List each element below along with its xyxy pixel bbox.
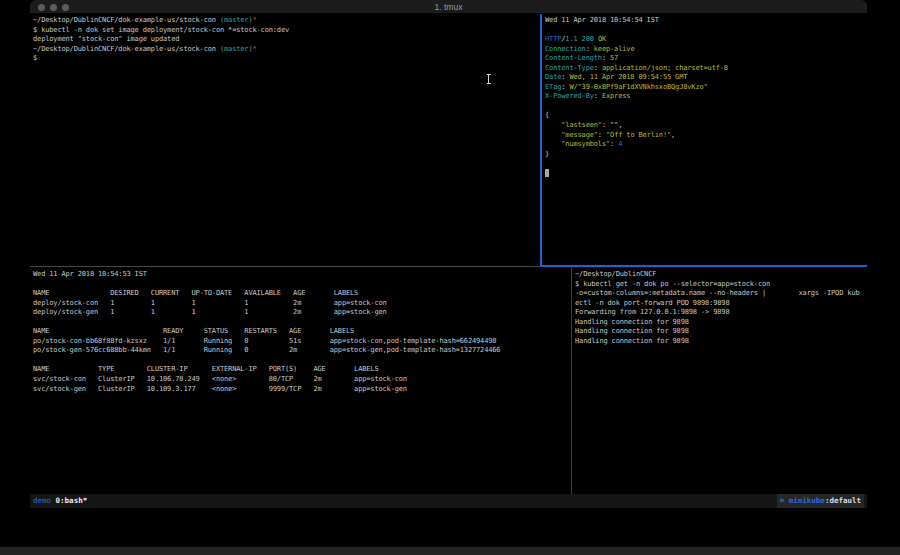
terminal-line: ectl -n dok port-forward POD 9898:9898 [575, 299, 864, 309]
terminal-line: svc/stock-con ClusterIP 10.106.78.249 <n… [33, 375, 568, 385]
text-segment: ectl -n dok port-forward POD 9898:9898 [575, 299, 729, 307]
window-titlebar[interactable]: 1. tmux [30, 0, 867, 14]
text-segment: NAME DESIRED CURRENT UP-TO-DATE AVAILABL… [33, 289, 358, 297]
text-segment: : [586, 45, 594, 53]
text-segment: * [252, 16, 256, 24]
terminal-window: 1. tmux ~/Desktop/DublinCNCF/dok-example… [30, 0, 867, 508]
text-segment: { [545, 111, 549, 119]
text-segment: Content-Length [545, 54, 602, 62]
terminal-line: Connection: keep-alive [545, 45, 864, 55]
pane-shell-kubectl-set-image[interactable]: ~/Desktop/DublinCNCF/dok-example-us/stoc… [30, 14, 540, 266]
text-segment: , [671, 131, 675, 139]
text-segment: 4 [618, 140, 622, 148]
terminal-line [545, 169, 864, 179]
git-branch: (master) [220, 45, 253, 53]
terminal-line [33, 356, 568, 366]
terminal-line: X-Powered-By: Express [545, 92, 864, 102]
text-segment: -o=custom-columns=:metadata.name --no-he… [575, 289, 860, 297]
text-segment: deployment "stock-con" image updated [33, 35, 179, 43]
text-segment: 57 [610, 54, 618, 62]
terminal-line: ETag: W/"39-0xBPf9aF1dXVNkhsxoBQgJ8vKzo" [545, 83, 864, 93]
terminal-line: Content-Type: application/json; charset=… [545, 64, 864, 74]
terminal-line: ~/Desktop/DublinCNCF/dok-example-us/stoc… [33, 45, 537, 55]
tmux-status-bar: demo 0:bash* ☸ minikube:default [30, 494, 867, 508]
text-segment: * [252, 45, 256, 53]
text-segment: "Off to Berlin!" [606, 131, 671, 139]
terminal-line: po/stock-con-bb68f88fd-kzsxz 1/1 Running… [33, 337, 568, 347]
kube-namespace: :default [825, 496, 861, 505]
http-status-text: OK [598, 35, 606, 43]
text-segment: : [594, 92, 602, 100]
terminal-line: deployment "stock-con" image updated [33, 35, 537, 45]
terminal-line: HTTP/1.1 200 OK [545, 35, 864, 45]
terminal-line [33, 280, 568, 290]
kubernetes-icon: ☸ [780, 496, 789, 505]
terminal-line: NAME DESIRED CURRENT UP-TO-DATE AVAILABL… [33, 289, 568, 299]
text-segment: po/stock-con-bb68f88fd-kzsxz 1/1 Running… [33, 337, 496, 345]
text-segment: : "", [602, 121, 622, 129]
text-segment: ~/Desktop/DublinCNCF/dok-example-us/stoc… [33, 45, 220, 53]
terminal-line: po/stock-gen-576cc688bb-44kmn 1/1 Runnin… [33, 346, 568, 356]
terminal-line: deploy/stock-con 1 1 1 1 2m app=stock-co… [33, 299, 568, 309]
text-segment: } [545, 150, 549, 158]
pane-http-response[interactable]: Wed 11 Apr 2018 10:54:54 ISTHTTP/1.1 200… [542, 14, 867, 265]
text-segment: Handling connection for 9898 [575, 318, 689, 326]
text-segment: ETag [545, 83, 561, 91]
text-segment [545, 121, 561, 129]
terminal-line: svc/stock-gen ClusterIP 10.109.3.177 <no… [33, 385, 568, 395]
text-segment: Handling connection for 9898 [575, 337, 689, 345]
text-segment: Express [602, 92, 630, 100]
text-segment: deploy/stock-gen 1 1 1 1 2m app=stock-ge… [33, 308, 387, 316]
terminal-line: Wed 11 Apr 2018 10:54:54 IST [545, 16, 864, 26]
terminal-line: Handling connection for 9898 [575, 327, 864, 337]
text-segment: Date [545, 73, 561, 81]
pane-divider-horizontal[interactable] [30, 266, 540, 267]
pane-divider-horizontal-active[interactable] [540, 265, 867, 267]
text-segment: ~/Desktop/DublinCNCF [575, 270, 656, 278]
http-keyword: HTTP [545, 35, 561, 43]
status-right: ☸ minikube:default [777, 494, 864, 508]
terminal-line: { [545, 111, 864, 121]
pane-divider-vertical[interactable] [571, 268, 572, 494]
terminal-line [545, 159, 864, 169]
terminal-line: Handling connection for 9898 [575, 318, 864, 328]
pane-kubectl-get-watch[interactable]: Wed 11 Apr 2018 10:54:53 ISTNAME DESIRED… [30, 268, 571, 494]
terminal-line: Wed 11 Apr 2018 10:54:53 IST [33, 270, 568, 280]
text-segment: : [602, 54, 610, 62]
terminal-line: Handling connection for 9898 [575, 337, 864, 347]
terminal-line: Forwarding from 127.0.0.1:9898 -> 9898 [575, 308, 864, 318]
text-segment: NAME TYPE CLUSTER-IP EXTERNAL-IP PORT(S)… [33, 365, 378, 373]
text-segment: : [610, 140, 618, 148]
text-segment: application/json; charset=utf-8 [602, 64, 728, 72]
text-segment: po/stock-gen-576cc688bb-44kmn 1/1 Runnin… [33, 346, 500, 354]
desktop-bottom-strip [0, 547, 900, 555]
text-segment: NAME READY STATUS RESTARTS AGE LABELS [33, 327, 354, 335]
text-segment: ~/Desktop/DublinCNCF/dok-example-us/stoc… [33, 16, 220, 24]
text-segment: : [594, 64, 602, 72]
text-segment: Wed 11 Apr 2018 10:54:54 IST [545, 16, 659, 24]
text-segment [545, 140, 561, 148]
text-segment: $ kubectl get -n dok po --selector=app=s… [575, 280, 770, 288]
text-segment: deploy/stock-con 1 1 1 1 2m app=stock-co… [33, 299, 387, 307]
text-segment: Connection [545, 45, 586, 53]
terminal-line: "message": "Off to Berlin!", [545, 131, 864, 141]
mouse-ibeam-cursor [486, 74, 491, 84]
text-segment: svc/stock-gen ClusterIP 10.109.3.177 <no… [33, 385, 407, 393]
text-segment: Content-Type [545, 64, 594, 72]
text-segment: $ [33, 54, 37, 62]
window-tab-bash[interactable]: 0:bash* [56, 496, 88, 505]
pane-port-forward[interactable]: ~/Desktop/DublinCNCF$ kubectl get -n dok… [572, 268, 867, 494]
pane-divider-vertical-active[interactable] [540, 14, 542, 266]
terminal-cursor [545, 169, 549, 177]
terminal-line: Date: Wed, 11 Apr 2018 09:54:55 GMT [545, 73, 864, 83]
desktop: 1. tmux ~/Desktop/DublinCNCF/dok-example… [0, 0, 900, 555]
text-segment: $ kubectl -n dok set image deployment/st… [33, 26, 289, 34]
terminal-line: $ [33, 54, 537, 64]
terminal-line [33, 318, 568, 328]
session-name: demo [33, 496, 51, 505]
text-segment: "lastseen" [561, 121, 602, 129]
terminal-line: "numsymbols": 4 [545, 140, 864, 150]
text-segment: Wed, 11 Apr 2018 09:54:55 GMT [569, 73, 687, 81]
window-title: 1. tmux [30, 2, 867, 12]
terminal-line [545, 102, 864, 112]
